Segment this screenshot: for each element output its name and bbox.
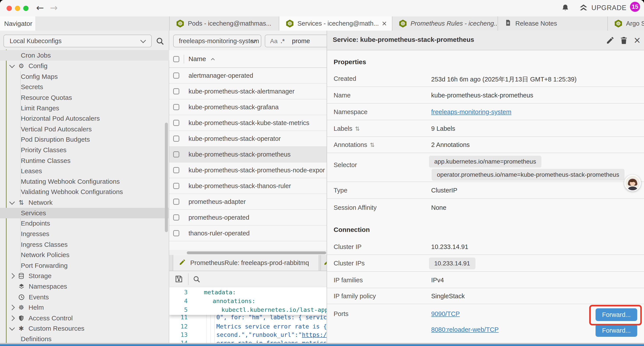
tab-pods[interactable]: ☸ Pods - icecheng@mathmas... [169, 16, 279, 31]
selector-chip[interactable]: operator.prometheus.io/name=kube-prometh… [432, 169, 624, 181]
table-row[interactable]: kube-prometheus-stack-alertmanager [169, 84, 326, 99]
minimize-window-button[interactable] [15, 6, 20, 11]
table-row[interactable]: thanos-ruler-operated [169, 226, 326, 241]
sidebar-item-ingresses[interactable]: Ingresses [0, 229, 169, 239]
sidebar-item-vertical-pod-autoscalers[interactable]: Vertical Pod Autoscalers [0, 124, 169, 134]
sidebar-item-priority-classes[interactable]: Priority Classes [0, 145, 169, 155]
selector-chip[interactable]: app.kubernetes.io/name=prometheus [429, 156, 542, 168]
tab-release-notes[interactable]: Release Notes [498, 16, 608, 31]
tab-prometheus-rules[interactable]: ☸ Prometheus Rules - icecheng... [392, 16, 498, 31]
sidebar-group-custom-resources[interactable]: ✱Custom Resources [0, 323, 169, 334]
avatar[interactable] [624, 175, 641, 191]
sidebar-item-pod-disruption-budgets[interactable]: Pod Disruption Budgets [0, 134, 169, 145]
row-checkbox[interactable] [173, 199, 179, 205]
sidebar-group-storage[interactable]: Storage [0, 271, 169, 281]
row-checkbox[interactable] [173, 167, 179, 173]
table-row[interactable]: kube-prometheus-stack-kube-state-metrics [169, 115, 326, 131]
close-window-button[interactable] [6, 6, 12, 11]
port-link[interactable]: 9090/TCP [431, 310, 460, 318]
sort-ascending-icon[interactable] [210, 56, 216, 63]
notifications-bell-icon[interactable] [561, 3, 570, 13]
expand-updown-icon[interactable]: ⇅ [370, 142, 374, 148]
sidebar-item-services[interactable]: Services [0, 208, 169, 218]
back-icon[interactable]: ← [36, 3, 44, 13]
table-row[interactable]: kube-prometheus-stack-thanos-ruler [169, 178, 326, 194]
sidebar-item-horizontal-pod-autoscalers[interactable]: Horizontal Pod Autoscalers [0, 113, 169, 124]
forward-icon[interactable]: → [50, 3, 58, 13]
upgrade-icon[interactable] [579, 3, 588, 13]
close-icon[interactable]: × [634, 35, 641, 45]
regex-toggle[interactable]: .* [280, 38, 285, 45]
edit-pencil-icon[interactable] [606, 36, 615, 45]
port-link[interactable]: 8080:reloader-web/TCP [431, 326, 499, 333]
navigator-panel-tab[interactable]: Navigator [0, 16, 35, 31]
sidebar-item-definitions[interactable]: Definitions [0, 334, 169, 344]
code-link[interactable]: https://net [302, 331, 326, 338]
table-row[interactable]: kube-prometheus-stack-operator [169, 131, 326, 147]
sidebar-group-helm[interactable]: ☸Helm [0, 302, 169, 313]
sidebar-item-mutating-webhook-configurations[interactable]: Mutating Webhook Configurations [0, 176, 169, 187]
sidebar-group-access-control[interactable]: Access Control [0, 313, 169, 324]
sidebar-item-namespaces[interactable]: Namespaces [0, 281, 169, 292]
row-checkbox[interactable] [173, 214, 179, 221]
row-checkbox[interactable] [173, 230, 179, 236]
zoom-window-button[interactable] [23, 6, 28, 11]
row-checkbox[interactable] [173, 104, 179, 110]
sidebar-item-events[interactable]: Events [0, 292, 169, 303]
namespace-link[interactable]: freeleaps-monitoring-system [431, 108, 512, 116]
row-checkbox[interactable] [173, 183, 179, 189]
row-checkbox[interactable] [173, 88, 179, 94]
tab-services[interactable]: ☸ Services - icecheng@math... × [279, 16, 392, 31]
cluster-ip-chip[interactable]: 10.233.14.91 [429, 258, 476, 269]
sidebar-item-validating-webhook-configurations[interactable]: Validating Webhook Configurations [0, 187, 169, 197]
upgrade-button[interactable]: UPGRADE [592, 4, 626, 12]
row-checkbox[interactable] [173, 151, 179, 157]
tab-label: Services - icecheng@math... [298, 20, 379, 27]
sidebar-scrollbar[interactable] [165, 123, 168, 232]
editor-tab-prometheusrule[interactable]: PrometheusRule: freeleaps-prod-rabbitmq [173, 255, 319, 271]
sidebar-item-resource-quotas[interactable]: Resource Quotas [0, 92, 169, 103]
sidebar-item-cron-jobs[interactable]: Cron Jobs [0, 50, 169, 61]
sidebar-item-limit-ranges[interactable]: Limit Ranges [0, 103, 169, 113]
row-checkbox[interactable] [173, 72, 179, 79]
table-row[interactable]: alertmanager-operated [169, 68, 326, 84]
row-checkbox[interactable] [173, 136, 179, 142]
delete-trash-icon[interactable] [620, 36, 628, 45]
name-column-header[interactable]: Name [188, 55, 206, 63]
expand-updown-icon[interactable]: ⇅ [355, 125, 360, 132]
sidebar-item-port-forwarding[interactable]: Port Forwarding [0, 260, 169, 271]
namespace-select[interactable]: freeleaps-monitoring-system [173, 34, 261, 47]
save-icon[interactable] [174, 275, 183, 284]
table-row[interactable]: prometheus-adapter [169, 194, 326, 210]
sidebar-search-icon[interactable] [156, 37, 164, 46]
editor-tab-next-partial[interactable] [320, 255, 326, 271]
horizontal-scrollbar[interactable] [187, 251, 326, 254]
sidebar-item-runtime-classes[interactable]: Runtime Classes [0, 155, 169, 166]
filter-input[interactable]: Aa .* prome [265, 34, 326, 47]
sidebar-item-leases[interactable]: Leases [0, 166, 169, 176]
editor-search-icon[interactable] [192, 275, 201, 284]
chevron-down-icon [140, 37, 146, 43]
forward-port-button[interactable]: Forward... [596, 324, 637, 337]
yaml-editor[interactable]: 110", for: "hm", labels: { service: " 12… [169, 287, 326, 345]
row-checkbox[interactable] [173, 120, 179, 126]
close-tab-icon[interactable]: × [382, 19, 387, 27]
table-row[interactable]: kube-prometheus-stack-prometheus-node-ex… [169, 162, 326, 178]
match-case-toggle[interactable]: Aa [270, 38, 278, 45]
sidebar-item-network-policies[interactable]: Network Policies [0, 250, 169, 260]
sidebar-group-network[interactable]: ⇅Network [0, 197, 169, 208]
tab-argo[interactable]: ☸ Argo Se [608, 16, 644, 31]
sidebar-group-config[interactable]: ⚙Config [0, 61, 169, 71]
notification-count-badge[interactable]: 15 [630, 2, 640, 12]
sidebar-item-ingress-classes[interactable]: Ingress Classes [0, 239, 169, 250]
sidebar-item-secrets[interactable]: Secrets [0, 82, 169, 92]
select-all-checkbox[interactable] [173, 56, 179, 62]
sidebar-item-config-maps[interactable]: Config Maps [0, 71, 169, 82]
property-label[interactable]: Labels⇅ [334, 125, 360, 132]
property-label[interactable]: Annotations⇅ [334, 141, 374, 148]
sidebar-item-endpoints[interactable]: Endpoints [0, 218, 169, 229]
kubeconfig-select[interactable]: Local Kubeconfigs [4, 34, 152, 47]
table-row[interactable]: prometheus-operated [169, 210, 326, 226]
table-row[interactable]: kube-prometheus-stack-grafana [169, 99, 326, 115]
table-row-selected[interactable]: kube-prometheus-stack-prometheus [169, 147, 326, 162]
